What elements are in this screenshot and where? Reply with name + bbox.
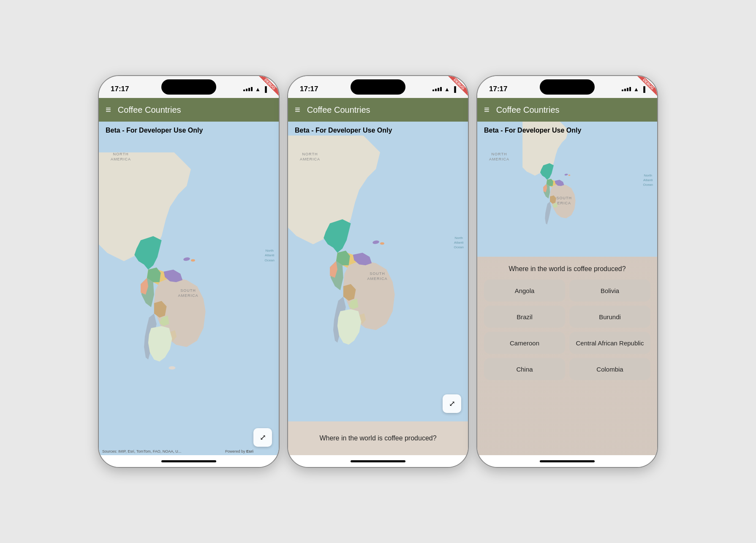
expand-button-2[interactable]: ⤢ (443, 394, 461, 413)
app-header-3: ≡ Coffee Countries (477, 98, 657, 122)
status-bar-1: 17:17 ▲ ▐ (99, 76, 279, 98)
home-bar-3 (540, 460, 595, 462)
country-btn-burundi[interactable]: Burundi (569, 306, 650, 328)
north-america-label-3: NORTHAMERICA (489, 152, 509, 162)
quiz-question-3: Where in the world is coffee produced? (484, 265, 650, 273)
notch-2 (351, 79, 405, 95)
expand-icon-1: ⤢ (260, 433, 266, 442)
menu-icon-1[interactable]: ≡ (106, 104, 111, 115)
country-btn-colombia[interactable]: Colombia (569, 358, 650, 380)
south-america-label-3: SOUTHERICA (556, 196, 572, 206)
home-bar-2 (351, 460, 405, 462)
home-indicator-2 (288, 455, 468, 467)
notch-1 (161, 79, 216, 95)
expand-icon-2: ⤢ (449, 399, 455, 408)
phone-1: 17:17 ▲ ▐ ≡ Coffee Countries (98, 75, 280, 468)
country-btn-angola[interactable]: Angola (484, 280, 565, 301)
signal-icon (243, 87, 253, 91)
beta-banner-1: Beta - For Developer Use Only (106, 127, 203, 134)
partial-bottom-panel: Where in the world is coffee produced? (288, 421, 468, 455)
app-header-2: ≡ Coffee Countries (288, 98, 468, 122)
menu-icon-2[interactable]: ≡ (295, 104, 300, 115)
phone-3: 17:17 ▲ ▐ ≡ Coffee Countries (476, 75, 658, 468)
country-btn-china[interactable]: China (484, 358, 565, 380)
map-area-3[interactable]: Beta - For Developer Use Only NORTHAMERI… (477, 122, 657, 257)
atlantic-label-2: NorthAtlantiOcean (454, 236, 464, 250)
notch-3 (540, 79, 595, 95)
south-america-label-2: SOUTHAMERICA (367, 272, 387, 281)
menu-icon-3[interactable]: ≡ (484, 104, 489, 115)
status-time-3: 17:17 (489, 85, 507, 93)
beta-banner-3: Beta - For Developer Use Only (484, 127, 581, 134)
expand-button-1[interactable]: ⤢ (253, 428, 272, 447)
atlantic-label-3: NorthAtlantiOcean (643, 173, 653, 187)
country-btn-central-african-republic[interactable]: Central African Republic (569, 332, 650, 354)
status-time-1: 17:17 (111, 85, 129, 93)
app-title-1: Coffee Countries (118, 105, 181, 115)
signal-icon-3 (622, 87, 631, 91)
bottom-panel-3: Where in the world is coffee produced? A… (477, 257, 657, 455)
phone-2: 17:17 ▲ ▐ ≡ Coffee Countries (287, 75, 469, 468)
debug-badge-1 (253, 76, 279, 101)
map-sources-1: Sources: IMIP, Esri, TomTom, FAO, NOAA, … (102, 449, 181, 453)
country-grid-3: Angola Bolivia Brazil Burundi Cameroon C… (484, 280, 650, 380)
map-area-1[interactable]: Beta - For Developer Use Only NORTHAMERI… (99, 122, 279, 455)
svg-point-6 (380, 242, 384, 245)
country-btn-bolivia[interactable]: Bolivia (569, 280, 650, 301)
svg-point-3 (169, 366, 175, 369)
home-indicator-1 (99, 455, 279, 467)
country-btn-brazil[interactable]: Brazil (484, 306, 565, 328)
north-america-label-2: NORTHAMERICA (300, 152, 320, 162)
map-esri-1: Powered by Esri (225, 449, 253, 453)
map-area-2[interactable]: Beta - For Developer Use Only NORTHAMERI… (288, 122, 468, 421)
south-america-label-1: SOUTHAMERICA (178, 288, 198, 298)
signal-icon-2 (432, 87, 442, 91)
quiz-question-partial: Where in the world is coffee produced? (319, 434, 436, 442)
country-btn-cameroon[interactable]: Cameroon (484, 332, 565, 354)
app-title-2: Coffee Countries (307, 105, 370, 115)
debug-badge-3 (632, 76, 657, 101)
beta-banner-2: Beta - For Developer Use Only (295, 127, 392, 134)
home-bar-1 (161, 460, 216, 462)
app-title-3: Coffee Countries (496, 105, 560, 115)
status-time-2: 17:17 (300, 85, 318, 93)
svg-point-9 (568, 175, 570, 176)
map-svg-3 (477, 122, 657, 257)
north-america-label-1: NORTHAMERICA (111, 152, 131, 162)
status-bar-3: 17:17 ▲ ▐ (477, 76, 657, 98)
status-bar-2: 17:17 ▲ ▐ (288, 76, 468, 98)
app-header-1: ≡ Coffee Countries (99, 98, 279, 122)
debug-badge-2 (443, 76, 468, 101)
svg-point-2 (191, 259, 195, 262)
atlantic-label-1: NorthAtlantiOcean (264, 248, 275, 263)
home-indicator-3 (477, 455, 657, 467)
